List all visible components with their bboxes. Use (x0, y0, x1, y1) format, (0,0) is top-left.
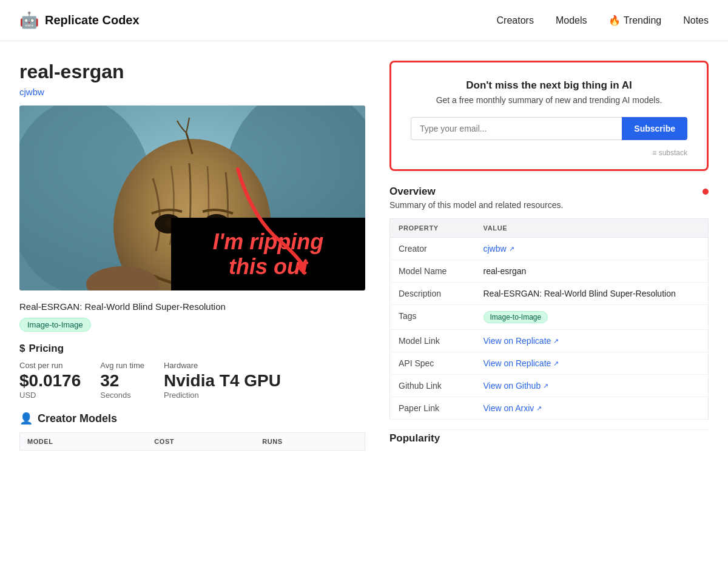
nav-notes[interactable]: Notes (683, 15, 709, 26)
avg-run-value: 32 (100, 371, 144, 391)
popularity-title: Popularity (389, 429, 709, 445)
avg-run-label: Avg run time (100, 361, 144, 370)
hardware: Hardware Nvidia T4 GPU Prediction (164, 361, 281, 400)
hardware-sub: Prediction (164, 391, 281, 400)
creator-models-table: MODEL COST RUNS (19, 432, 365, 451)
overlay-text: I'm rippingthis out (213, 229, 324, 280)
logo[interactable]: 🤖 Replicate Codex (19, 11, 140, 30)
person-icon: 👤 (19, 412, 33, 425)
prop-value-cell[interactable]: View on Replicate↗ (475, 352, 709, 375)
prop-property-cell: Creator (390, 238, 475, 260)
prop-value-cell: real-esrgan (475, 260, 709, 283)
email-input[interactable] (411, 117, 622, 140)
table-header-model: MODEL (20, 433, 147, 451)
prop-value-cell[interactable]: View on Replicate↗ (475, 330, 709, 352)
external-link-icon: ↗ (536, 404, 542, 412)
overview-header: Overview (389, 186, 709, 198)
external-link-icon: ↗ (509, 245, 514, 253)
prop-property-cell: Paper Link (390, 397, 475, 420)
properties-table: PROPERTY VALUE Creatorcjwbw↗Model Namere… (389, 218, 709, 420)
status-dot (703, 189, 709, 195)
prop-value-cell: Image-to-Image (475, 305, 709, 330)
table-row: Creatorcjwbw↗ (390, 238, 709, 260)
substack-label: ≡ substack (652, 149, 687, 157)
popularity-section: Popularity (389, 429, 709, 445)
prop-property-cell: Tags (390, 305, 475, 330)
nav-creators[interactable]: Creators (497, 15, 534, 26)
cost-sub: USD (19, 391, 81, 400)
table-row: Github LinkView on Github↗ (390, 375, 709, 397)
creator-models-title: 👤 Creator Models (19, 412, 365, 425)
logo-text: Replicate Codex (45, 13, 140, 27)
pricing-section: $ Pricing Cost per run $0.0176 USD Avg r… (19, 343, 365, 400)
creator-models-section: 👤 Creator Models MODEL COST RUNS (19, 412, 365, 451)
prop-header-property: PROPERTY (390, 219, 475, 238)
prop-link[interactable]: cjwbw↗ (484, 244, 700, 253)
nav-models[interactable]: Models (556, 15, 587, 26)
prop-value-cell[interactable]: View on Github↗ (475, 375, 709, 397)
pricing-grid: Cost per run $0.0176 USD Avg run time 32… (19, 361, 365, 400)
table-header-runs: RUNS (255, 433, 365, 451)
external-link-icon: ↗ (553, 337, 559, 345)
table-header-cost: COST (147, 433, 255, 451)
main-nav: Creators Models 🔥 Trending Notes (497, 15, 709, 26)
nav-trending[interactable]: 🔥 Trending (608, 15, 661, 26)
left-column: real-esrgan cjwbw (19, 61, 365, 451)
model-image: I'm rippingthis out (19, 106, 365, 290)
prop-property-cell: Description (390, 283, 475, 305)
prop-property-cell: Model Link (390, 330, 475, 352)
dollar-icon: $ (19, 343, 25, 355)
model-creator-link[interactable]: cjwbw (19, 87, 365, 97)
external-link-icon: ↗ (543, 382, 548, 390)
prop-value-cell[interactable]: cjwbw↗ (475, 238, 709, 260)
newsletter-subtitle: Get a free monthly summary of new and tr… (411, 95, 687, 105)
newsletter-box: Don't miss the next big thing in AI Get … (389, 61, 709, 171)
model-description: Real-ESRGAN: Real-World Blind Super-Reso… (19, 301, 365, 312)
table-row: TagsImage-to-Image (390, 305, 709, 330)
overview-description: Summary of this model and related resour… (389, 200, 709, 210)
external-link-icon: ↗ (553, 360, 559, 368)
avg-run-time: Avg run time 32 Seconds (100, 361, 144, 400)
right-column: Don't miss the next big thing in AI Get … (389, 61, 709, 451)
table-row: API SpecView on Replicate↗ (390, 352, 709, 375)
prop-value-cell[interactable]: View on Arxiv↗ (475, 397, 709, 420)
prop-value-cell: Real-ESRGAN: Real-World Blind Super-Reso… (475, 283, 709, 305)
overlay-notice: I'm rippingthis out (171, 218, 365, 290)
prop-link[interactable]: View on Replicate↗ (484, 358, 700, 368)
prop-link[interactable]: View on Arxiv↗ (484, 403, 700, 413)
substack-badge: ≡ substack (411, 149, 687, 157)
table-row: Model Namereal-esrgan (390, 260, 709, 283)
prop-link[interactable]: View on Replicate↗ (484, 336, 700, 346)
cost-value: $0.0176 (19, 371, 81, 391)
hardware-label: Hardware (164, 361, 281, 370)
pricing-title: $ Pricing (19, 343, 365, 355)
overview-title: Overview (389, 186, 436, 198)
prop-link[interactable]: View on Github↗ (484, 381, 700, 391)
prop-property-cell: Model Name (390, 260, 475, 283)
newsletter-title: Don't miss the next big thing in AI (411, 79, 687, 92)
overview-section: Overview Summary of this model and relat… (389, 186, 709, 420)
prop-property-cell: API Spec (390, 352, 475, 375)
cost-label: Cost per run (19, 361, 81, 370)
cost-per-run: Cost per run $0.0176 USD (19, 361, 81, 400)
header: 🤖 Replicate Codex Creators Models 🔥 Tren… (0, 0, 728, 41)
subscribe-button[interactable]: Subscribe (622, 117, 687, 140)
prop-tag: Image-to-Image (484, 311, 548, 323)
hardware-value: Nvidia T4 GPU (164, 371, 281, 391)
table-row: Paper LinkView on Arxiv↗ (390, 397, 709, 420)
model-tag: Image-to-Image (19, 318, 91, 332)
prop-header-value: VALUE (475, 219, 709, 238)
main-container: real-esrgan cjwbw (0, 41, 728, 451)
newsletter-form: Subscribe (411, 117, 687, 140)
table-row: Model LinkView on Replicate↗ (390, 330, 709, 352)
avg-run-sub: Seconds (100, 391, 144, 400)
table-row: DescriptionReal-ESRGAN: Real-World Blind… (390, 283, 709, 305)
prop-property-cell: Github Link (390, 375, 475, 397)
logo-icon: 🤖 (19, 11, 39, 30)
model-title: real-esrgan (19, 61, 365, 83)
